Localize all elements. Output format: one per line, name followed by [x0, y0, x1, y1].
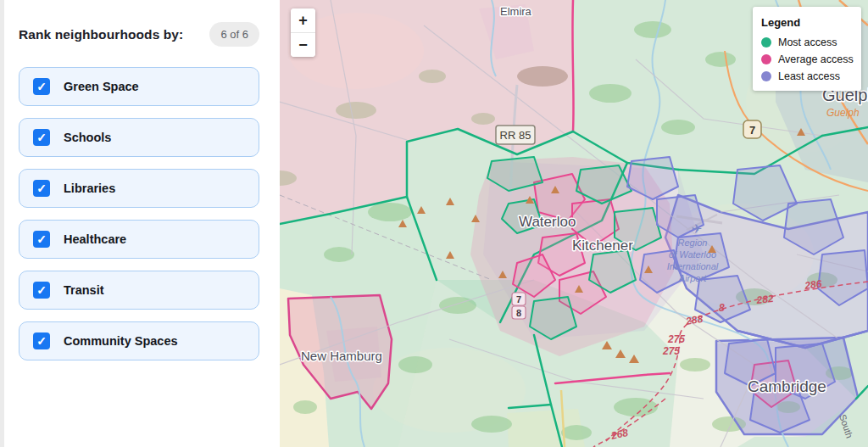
checkbox-green-space[interactable]: ✓ — [33, 78, 50, 95]
least-access-dot-icon — [761, 71, 771, 81]
shield-7-8-kitchener: 7 8 — [512, 293, 526, 319]
svg-text:Region: Region — [678, 237, 708, 248]
page-title: Rank neighbourhoods by: — [19, 27, 183, 42]
label-cambridge: Cambridge — [748, 377, 826, 395]
svg-text:International: International — [667, 261, 719, 271]
legend-entry-average-access: Average access — [761, 53, 853, 65]
svg-text:RR 85: RR 85 — [500, 129, 531, 142]
map-canvas[interactable]: RR 85 7 7 8 286 282 288 275 275 268 8 — [280, 0, 868, 447]
checkbox-community-spaces[interactable]: ✓ — [33, 332, 50, 349]
selected-count-badge: 6 of 6 — [209, 22, 259, 47]
svg-text:7: 7 — [749, 124, 755, 137]
filter-item-schools[interactable]: ✓ Schools — [19, 118, 259, 157]
sidebar: Rank neighbourhoods by: 6 of 6 ✓ Green S… — [0, 0, 280, 447]
map-legend: Legend Most access Average access Least … — [753, 7, 861, 91]
checkbox-libraries[interactable]: ✓ — [33, 180, 50, 197]
svg-text:275: 275 — [662, 345, 680, 357]
filter-label: Green Space — [64, 80, 139, 93]
label-kitchener: Kitchener — [572, 237, 633, 254]
app: Rank neighbourhoods by: 6 of 6 ✓ Green S… — [0, 0, 868, 447]
legend-title: Legend — [761, 16, 853, 29]
filter-label: Healthcare — [64, 232, 126, 246]
airplane-icon: ✈ — [692, 221, 703, 236]
svg-text:Airport: Airport — [678, 273, 707, 283]
svg-text:286: 286 — [803, 277, 822, 292]
label-new-hamburg: New Hamburg — [301, 349, 382, 363]
most-access-dot-icon — [761, 37, 771, 47]
shield-7-guelph: 7 — [743, 120, 761, 138]
filter-item-libraries[interactable]: ✓ Libraries — [19, 169, 259, 208]
svg-text:8: 8 — [719, 302, 725, 314]
filter-item-healthcare[interactable]: ✓ Healthcare — [19, 220, 259, 259]
filter-label: Libraries — [64, 182, 115, 195]
checkbox-transit[interactable]: ✓ — [33, 282, 50, 299]
checkbox-schools[interactable]: ✓ — [33, 129, 50, 146]
sidebar-scrollbar[interactable] — [0, 0, 4, 447]
zoom-in-button[interactable]: + — [291, 8, 315, 32]
svg-text:of Waterloo: of Waterloo — [669, 249, 716, 260]
label-guelph-area: Guelph — [826, 107, 860, 119]
filter-item-community-spaces[interactable]: ✓ Community Spaces — [19, 321, 259, 360]
average-access-dot-icon — [761, 54, 771, 64]
filter-label: Transit — [64, 283, 104, 297]
filter-item-green-space[interactable]: ✓ Green Space — [19, 67, 259, 106]
svg-text:8: 8 — [516, 308, 521, 318]
checkbox-healthcare[interactable]: ✓ — [33, 231, 50, 248]
shield-rr85: RR 85 — [496, 126, 535, 144]
label-elmira: Elmira — [500, 5, 532, 18]
filter-item-transit[interactable]: ✓ Transit — [19, 271, 259, 310]
svg-text:275: 275 — [667, 333, 685, 345]
sidebar-header: Rank neighbourhoods by: 6 of 6 — [19, 22, 259, 47]
map-zoom-control: + − — [291, 8, 315, 57]
svg-text:282: 282 — [755, 293, 775, 306]
svg-text:7: 7 — [516, 294, 521, 305]
legend-entry-most-access: Most access — [761, 36, 853, 48]
legend-entry-least-access: Least access — [761, 70, 853, 82]
filter-label: Schools — [64, 131, 111, 144]
filter-label: Community Spaces — [64, 334, 178, 348]
zoom-out-button[interactable]: − — [291, 33, 315, 57]
label-waterloo: Waterloo — [519, 214, 576, 230]
